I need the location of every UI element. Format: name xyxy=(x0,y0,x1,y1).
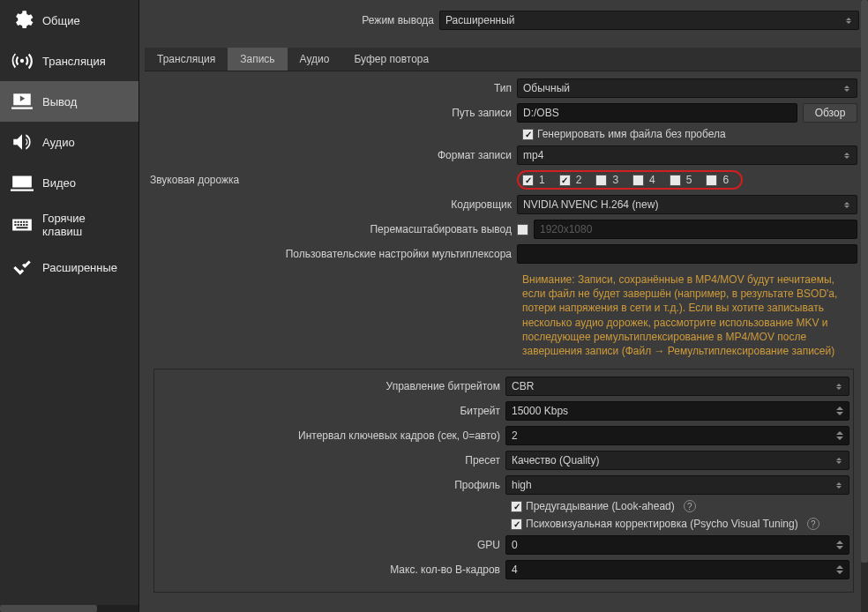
mux-label: Пользовательские настройки мультиплексор… xyxy=(150,248,517,260)
output-mode-label: Режим вывода xyxy=(148,14,439,26)
rate-control-label: Управление битрейтом xyxy=(158,380,505,392)
output-tabs: Трансляция Запись Аудио Буфер повтора xyxy=(145,48,863,71)
tab-replay-buffer[interactable]: Буфер повтора xyxy=(341,48,441,71)
track-6-checkbox[interactable]: 6 xyxy=(706,174,729,186)
encoder-select[interactable]: NVIDIA NVENC H.264 (new) xyxy=(517,195,857,214)
sidebar-item-output[interactable]: Вывод xyxy=(0,81,138,122)
track-3-checkbox[interactable]: 3 xyxy=(595,174,618,186)
rec-type-label: Тип xyxy=(150,82,517,94)
gpu-spinbox[interactable]: 0 xyxy=(505,535,849,555)
rescale-input: 1920x1080 xyxy=(534,220,857,239)
help-icon[interactable]: ? xyxy=(684,500,696,512)
gpu-label: GPU xyxy=(158,539,505,551)
audio-tracks-label: Звуковая дорожка xyxy=(150,174,517,186)
audio-tracks-highlight: 1 2 3 4 5 6 xyxy=(517,170,743,190)
sidebar-item-label: Аудио xyxy=(42,136,75,149)
rate-control-select[interactable]: CBR xyxy=(505,377,849,396)
sidebar-item-label: Горячие клавиш xyxy=(42,212,128,238)
rec-format-select[interactable]: mp4 xyxy=(517,146,857,165)
tab-stream[interactable]: Трансляция xyxy=(145,48,228,71)
help-icon[interactable]: ? xyxy=(807,518,819,530)
bframes-label: Макс. кол-во B-кадров xyxy=(158,563,505,576)
sidebar-item-label: Трансляция xyxy=(42,55,106,68)
main-scrollbar[interactable] xyxy=(861,0,868,612)
psy-checkbox[interactable]: Психовизуальная корректировка (Psycho Vi… xyxy=(511,518,798,530)
rec-path-label: Путь записи xyxy=(150,107,517,119)
track-4-checkbox[interactable]: 4 xyxy=(632,174,655,186)
sidebar-item-label: Общие xyxy=(42,14,80,27)
track-2-checkbox[interactable]: 2 xyxy=(559,174,582,186)
rescale-checkbox[interactable] xyxy=(517,224,528,235)
sidebar-item-stream[interactable]: Трансляция xyxy=(0,41,138,81)
keyint-spinbox[interactable]: 2 xyxy=(505,426,849,445)
settings-sidebar: Общие Трансляция Вывод Аудио Видео Горяч… xyxy=(0,0,139,612)
lookahead-checkbox[interactable]: Предугадывание (Look-ahead) xyxy=(511,500,675,512)
rec-type-select[interactable]: Обычный xyxy=(517,78,857,98)
sidebar-item-hotkeys[interactable]: Горячие клавиш xyxy=(0,203,138,247)
sidebar-scrollbar[interactable] xyxy=(0,605,138,612)
rec-format-label: Формат записи xyxy=(150,149,517,161)
sidebar-item-advanced[interactable]: Расширенные xyxy=(0,247,138,287)
sidebar-item-label: Расширенные xyxy=(42,261,117,274)
gen-filename-checkbox[interactable]: Генерировать имя файла без пробела xyxy=(522,128,726,140)
profile-select[interactable]: high xyxy=(505,475,849,495)
bitrate-spinbox[interactable]: 15000 Kbps xyxy=(505,401,849,421)
mp4-warning-text: Внимание: Записи, сохранённые в MP4/MOV … xyxy=(522,269,857,365)
sidebar-item-audio[interactable]: Аудио xyxy=(0,122,138,162)
mux-input[interactable] xyxy=(517,244,857,264)
rec-path-input[interactable]: D:/OBS xyxy=(517,103,797,123)
profile-label: Профиль xyxy=(158,479,505,491)
tab-audio[interactable]: Аудио xyxy=(288,48,342,71)
encoder-settings-box: Управление битрейтомCBR Битрейт15000 Kbp… xyxy=(153,369,854,593)
track-1-checkbox[interactable]: 1 xyxy=(522,174,545,186)
browse-button[interactable]: Обзор xyxy=(803,103,857,123)
rescale-label: Перемасштабировать вывод xyxy=(150,223,517,235)
output-mode-select[interactable]: Расширенный xyxy=(439,11,859,30)
sidebar-item-video[interactable]: Видео xyxy=(0,162,138,203)
bitrate-label: Битрейт xyxy=(158,405,505,417)
preset-select[interactable]: Качество (Quality) xyxy=(505,451,849,470)
preset-label: Пресет xyxy=(158,454,505,466)
encoder-label: Кодировщик xyxy=(150,198,517,211)
sidebar-item-label: Видео xyxy=(42,176,76,190)
bframes-spinbox[interactable]: 4 xyxy=(505,560,849,579)
sidebar-item-general[interactable]: Общие xyxy=(0,0,138,41)
sidebar-item-label: Вывод xyxy=(42,95,77,108)
main-panel: Режим вывода Расширенный Трансляция Запи… xyxy=(139,0,868,612)
track-5-checkbox[interactable]: 5 xyxy=(670,174,692,186)
keyint-label: Интервал ключевых кадров (сек, 0=авто) xyxy=(158,429,505,442)
tab-recording[interactable]: Запись xyxy=(228,48,287,71)
